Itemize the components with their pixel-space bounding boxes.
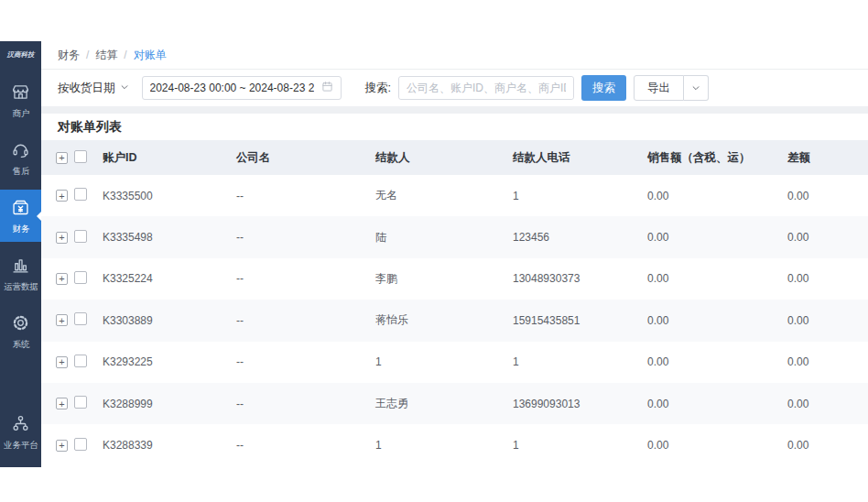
- search-box: [398, 76, 574, 100]
- cell-difference: 0.00: [787, 398, 868, 410]
- sidebar-item-operations-data[interactable]: 运营数据: [0, 247, 41, 300]
- breadcrumb-statement[interactable]: 对账单: [134, 48, 167, 63]
- date-type-label: 按收货日期: [58, 81, 115, 96]
- cell-sales-amount: 0.00: [647, 355, 787, 368]
- cell-difference: 0.00: [787, 231, 868, 244]
- expand-row-button[interactable]: +: [56, 232, 68, 244]
- date-type-select[interactable]: 按收货日期: [58, 81, 129, 96]
- chevron-down-icon: [120, 82, 129, 94]
- breadcrumb: 财务 / 结算 / 对账单: [41, 41, 868, 70]
- export-split-button: 导出: [634, 75, 709, 101]
- table-row: + K3325224 -- 李鹏 13048930373 0.00 0.00: [41, 258, 868, 300]
- table-row: + K3288339 -- 1 1 0.00 0.00: [41, 424, 868, 465]
- expand-row-button[interactable]: +: [56, 398, 68, 409]
- row-checkbox[interactable]: [74, 355, 87, 367]
- headset-icon: [11, 140, 30, 163]
- sidebar: 汉商科技 商户 售后 财务 运营数据: [0, 41, 41, 467]
- cell-settler-phone: 1: [513, 439, 647, 452]
- cell-settler: 李鹏: [375, 271, 513, 287]
- main-content: 财务 / 结算 / 对账单 按收货日期 搜索:: [41, 41, 868, 467]
- cell-account-id: K3335498: [103, 231, 236, 244]
- row-checkbox[interactable]: [74, 438, 87, 451]
- cell-account-id: K3288999: [103, 398, 236, 410]
- sidebar-item-aftersales[interactable]: 售后: [0, 132, 41, 184]
- sidebar-item-label: 售后: [12, 166, 29, 176]
- sidebar-item-merchant[interactable]: 商户: [0, 74, 41, 126]
- cell-company: --: [236, 314, 375, 327]
- row-checkbox[interactable]: [74, 312, 87, 325]
- expand-row-button[interactable]: +: [56, 356, 68, 368]
- shop-icon: [11, 82, 30, 105]
- export-dropdown-caret[interactable]: [684, 75, 709, 101]
- sidebar-item-label: 业务平台: [4, 440, 38, 450]
- table-row: + K3335500 -- 无名 1 0.00 0.00: [41, 175, 868, 216]
- cell-sales-amount: 0.00: [647, 190, 787, 202]
- row-checkbox[interactable]: [74, 188, 87, 201]
- column-header-sales-amount: 销售额（含税、运）: [647, 150, 787, 166]
- sidebar-item-finance[interactable]: 财务: [0, 190, 41, 242]
- cell-settler: 无名: [375, 188, 513, 203]
- expand-all-button[interactable]: +: [56, 152, 68, 164]
- cell-sales-amount: 0.00: [647, 231, 787, 244]
- cell-account-id: K3325224: [103, 272, 236, 285]
- sidebar-item-business-platform[interactable]: 业务平台: [0, 406, 41, 458]
- column-header-account-id: 账户ID: [103, 150, 236, 166]
- org-chart-icon: [11, 414, 30, 437]
- cell-company: --: [236, 398, 375, 410]
- cell-settler-phone: 123456: [513, 231, 647, 244]
- sidebar-item-label: 系统: [12, 339, 29, 349]
- select-all-checkbox[interactable]: [74, 150, 87, 163]
- sidebar-item-system[interactable]: 系统: [0, 305, 41, 357]
- cell-difference: 0.00: [787, 190, 868, 202]
- cell-settler-phone: 1: [513, 190, 647, 202]
- sidebar-item-label: 运营数据: [4, 281, 38, 291]
- column-header-settler: 结款人: [375, 150, 513, 166]
- row-checkbox[interactable]: [74, 230, 87, 243]
- cell-sales-amount: 0.00: [647, 398, 787, 410]
- calendar-icon: [321, 80, 341, 96]
- row-checkbox[interactable]: [74, 396, 87, 409]
- breadcrumb-separator: /: [86, 49, 89, 61]
- cell-company: --: [236, 190, 375, 202]
- table-row: + K3303889 -- 蒋怡乐 15915435851 0.00 0.00: [41, 300, 868, 341]
- chevron-down-icon: [691, 80, 700, 96]
- table-row: + K3293225 -- 1 1 0.00 0.00: [41, 342, 868, 383]
- cell-settler-phone: 1: [513, 355, 647, 368]
- search-input[interactable]: [399, 77, 573, 99]
- expand-row-button[interactable]: +: [56, 190, 68, 202]
- table-row: + K3288999 -- 王志勇 13699093013 0.00 0.00: [41, 383, 868, 424]
- expand-row-button[interactable]: +: [56, 314, 68, 326]
- cell-settler-phone: 15915435851: [513, 314, 647, 327]
- search-label: 搜索:: [365, 81, 391, 96]
- cashbox-icon: [11, 198, 30, 221]
- cell-difference: 0.00: [787, 314, 868, 327]
- breadcrumb-settlement[interactable]: 结算: [95, 48, 117, 63]
- cell-sales-amount: 0.00: [647, 272, 787, 285]
- cell-account-id: K3288339: [103, 439, 236, 452]
- expand-row-button[interactable]: +: [56, 273, 68, 285]
- cell-company: --: [236, 231, 375, 244]
- breadcrumb-finance[interactable]: 财务: [58, 48, 80, 63]
- cell-account-id: K3335500: [103, 190, 236, 202]
- app-window: 汉商科技 商户 售后 财务 运营数据: [0, 0, 868, 502]
- cell-company: --: [236, 272, 375, 285]
- row-checkbox[interactable]: [74, 271, 87, 284]
- date-range-picker[interactable]: [142, 76, 342, 100]
- cell-account-id: K3303889: [103, 314, 236, 327]
- cell-settler: 王志勇: [375, 396, 513, 411]
- table-body: + K3335500 -- 无名 1 0.00 0.00 + K3335498 …: [41, 175, 868, 466]
- column-header-settler-phone: 结款人电话: [513, 150, 647, 166]
- search-button[interactable]: 搜索: [581, 75, 626, 101]
- section-divider: [41, 106, 868, 114]
- expand-row-button[interactable]: +: [56, 440, 68, 452]
- date-range-input[interactable]: [143, 82, 321, 94]
- cell-settler-phone: 13048930373: [513, 272, 647, 285]
- logo: 汉商科技: [7, 41, 35, 69]
- bar-chart-icon: [11, 256, 30, 278]
- sidebar-item-label: 财务: [12, 224, 29, 234]
- table-row: + K3335498 -- 陆 123456 0.00 0.00: [41, 216, 868, 257]
- cell-difference: 0.00: [787, 355, 868, 368]
- export-button[interactable]: 导出: [634, 75, 684, 101]
- cell-settler: 陆: [375, 230, 513, 246]
- cell-settler-phone: 13699093013: [513, 398, 647, 410]
